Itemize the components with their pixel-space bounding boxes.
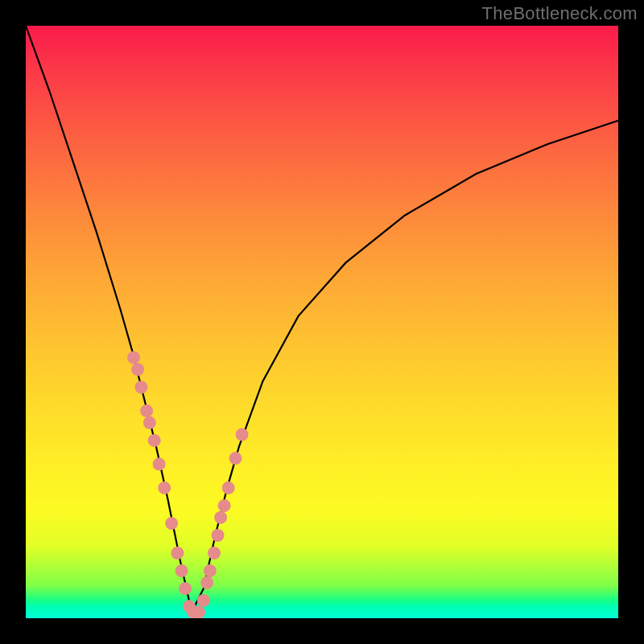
marker-dot [236,428,249,441]
marker-dot [135,381,148,394]
chart-frame: TheBottleneck.com [0,0,644,644]
marker-dot [158,481,171,494]
marker-dot [153,458,166,471]
marker-dot [171,547,184,559]
marker-dot [143,416,156,429]
bottleneck-curve-svg [26,26,618,618]
marker-dot [197,594,210,607]
bottleneck-curve [26,26,618,613]
marker-dot [192,606,205,618]
highlighted-markers [127,351,249,618]
marker-dot [208,547,221,559]
marker-dot [140,404,153,417]
marker-dot [214,511,227,524]
marker-dot [218,499,231,512]
marker-dot [131,363,144,376]
marker-dot [229,452,242,464]
marker-dot [212,529,225,542]
marker-dot [148,434,161,447]
marker-dot [179,582,192,595]
marker-dot [204,564,217,577]
marker-dot [200,576,213,589]
marker-dot [165,517,178,530]
watermark-text: TheBottleneck.com [482,3,638,24]
marker-dot [175,564,188,577]
plot-area [26,26,618,618]
marker-dot [127,351,140,364]
marker-dot [222,481,235,494]
